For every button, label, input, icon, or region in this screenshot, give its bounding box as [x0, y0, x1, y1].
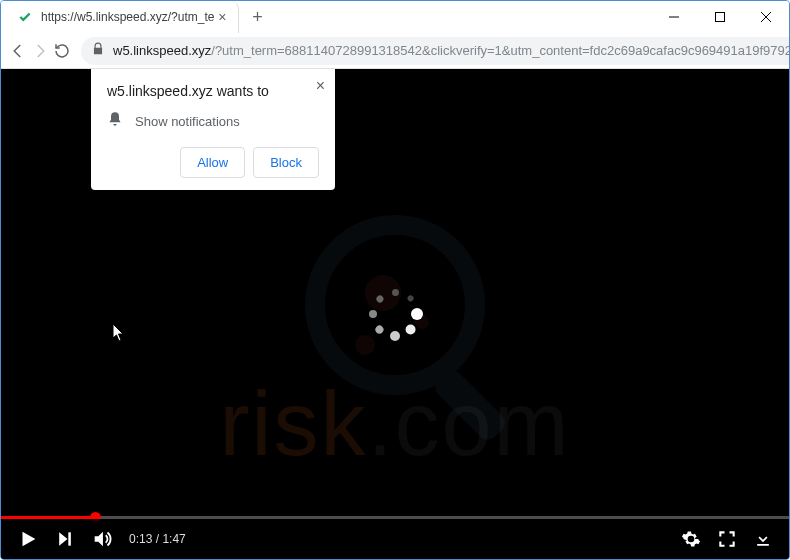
toolbar: w5.linkspeed.xyz/?utm_term=6881140728991… — [1, 33, 789, 69]
titlebar: https://w5.linkspeed.xyz/?utm_te × + — [1, 1, 789, 33]
playback-time: 0:13 / 1:47 — [129, 532, 186, 546]
back-button[interactable] — [9, 37, 27, 65]
duration-time: 1:47 — [162, 532, 185, 546]
page-content: risk.com × w5.linkspeed.xyz wants to Sho… — [1, 69, 789, 559]
svg-rect-1 — [716, 13, 725, 22]
settings-button[interactable] — [677, 525, 705, 553]
address-bar[interactable]: w5.linkspeed.xyz/?utm_term=6881140728991… — [81, 37, 790, 65]
block-button[interactable]: Block — [253, 147, 319, 178]
fullscreen-button[interactable] — [713, 525, 741, 553]
notification-permission-popup: × w5.linkspeed.xyz wants to Show notific… — [91, 69, 335, 190]
loading-spinner-icon — [365, 284, 425, 344]
new-tab-button[interactable]: + — [243, 3, 271, 31]
checkmark-icon — [17, 9, 33, 25]
address-host: w5.linkspeed.xyz — [113, 43, 211, 58]
permission-title: w5.linkspeed.xyz wants to — [107, 83, 319, 99]
video-player-controls: 0:13 / 1:47 — [1, 519, 789, 559]
minimize-button[interactable] — [651, 1, 697, 33]
tab-title: https://w5.linkspeed.xyz/?utm_te — [41, 10, 214, 24]
play-button[interactable] — [13, 524, 43, 554]
svg-marker-9 — [23, 532, 36, 547]
forward-button[interactable] — [31, 37, 49, 65]
maximize-button[interactable] — [697, 1, 743, 33]
cursor-icon — [112, 323, 126, 347]
window-close-button[interactable] — [743, 1, 789, 33]
next-button[interactable] — [51, 525, 79, 553]
window-controls — [651, 1, 789, 33]
reload-button[interactable] — [53, 37, 71, 65]
volume-button[interactable] — [87, 524, 117, 554]
close-icon[interactable]: × — [316, 77, 325, 95]
address-text: w5.linkspeed.xyz/?utm_term=6881140728991… — [113, 43, 790, 58]
svg-marker-10 — [59, 532, 67, 545]
allow-button[interactable]: Allow — [180, 147, 245, 178]
svg-rect-11 — [68, 532, 71, 545]
lock-icon — [91, 42, 105, 60]
browser-tab[interactable]: https://w5.linkspeed.xyz/?utm_te × — [7, 1, 239, 33]
permission-label: Show notifications — [135, 114, 240, 129]
download-button[interactable] — [749, 525, 777, 553]
close-icon[interactable]: × — [214, 9, 230, 25]
address-path: /?utm_term=6881140728991318542&clickveri… — [211, 43, 790, 58]
bell-icon — [107, 111, 123, 131]
current-time: 0:13 — [129, 532, 152, 546]
browser-window: https://w5.linkspeed.xyz/?utm_te × + w5.… — [0, 0, 790, 560]
watermark-text: risk.com — [220, 373, 571, 476]
